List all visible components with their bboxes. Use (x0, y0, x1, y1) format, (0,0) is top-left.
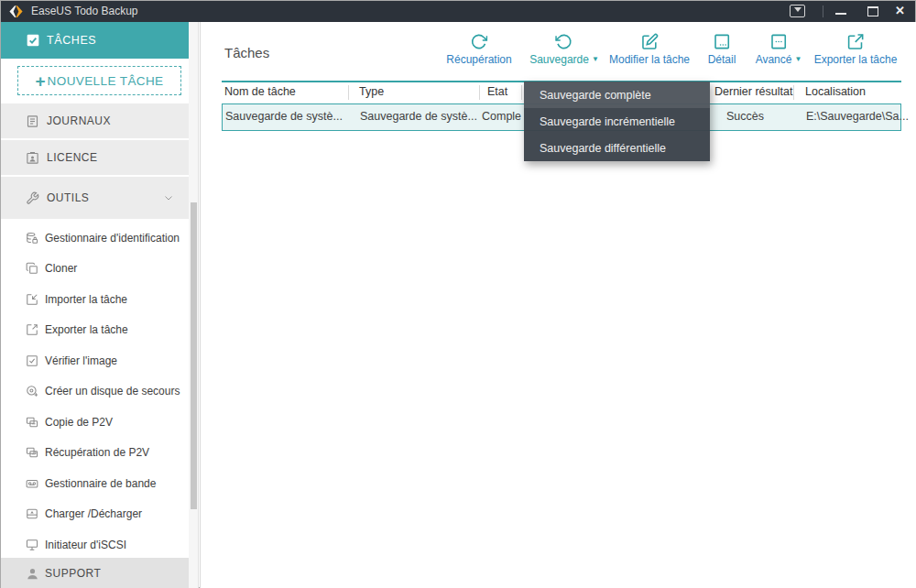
toolbar-label: Modifier la tâche (609, 53, 690, 66)
cell-task-type: Sauvegarde de systè... (360, 110, 477, 123)
tool-item-iscsi-initiator[interactable]: Initiateur d'iSCSI (1, 529, 189, 561)
logs-icon (26, 114, 39, 128)
page-title: Tâches (224, 45, 269, 60)
tool-item-tape-manager[interactable]: Gestionnaire de bande (1, 468, 189, 499)
sidebar-scrollbar-thumb[interactable] (191, 202, 197, 509)
sidebar-item-label: JOURNAUX (47, 114, 111, 127)
sidebar-item-logs[interactable]: JOURNAUX (1, 103, 189, 138)
column-header-type[interactable]: Type (359, 85, 384, 98)
sidebar: TÂCHES + NOUVELLE TÂCHE JOURNAUX (1, 22, 189, 588)
column-header-location[interactable]: Localisation (805, 85, 866, 98)
cell-task-name: Sauvegarde de systè... (225, 110, 343, 123)
minimize-button[interactable] (831, 1, 851, 22)
titlebar-separator (823, 5, 823, 17)
toolbar-recovery-button[interactable]: Récupération (446, 33, 511, 66)
caret-down-icon: ▼ (794, 56, 802, 63)
header-separator (521, 85, 522, 100)
toolbar-advanced-button[interactable]: Avancé▼ (756, 33, 802, 66)
toolbar-label: Sauvegarde (529, 53, 589, 66)
mount-unmount-icon (26, 507, 38, 520)
tool-item-export-task[interactable]: Exporter la tâche (1, 315, 189, 346)
sidebar-scrollbar-track[interactable] (189, 22, 199, 588)
column-header-state[interactable]: Etat (487, 85, 507, 98)
toolbar-export-task-button[interactable]: Exporter la tâche (814, 33, 898, 66)
menu-widget-icon[interactable] (790, 5, 805, 17)
window-title: EaseUS Todo Backup (31, 5, 138, 17)
toolbar-backup-button[interactable]: Sauvegarde▼ (529, 33, 599, 66)
tool-item-import-task[interactable]: Importer la tâche (1, 284, 189, 315)
menu-item-incremental-backup[interactable]: Sauvegarde incrémentielle (524, 108, 710, 135)
new-task-strip: + NOUVELLE TÂCHE (1, 59, 189, 103)
close-icon: ✕ (895, 4, 905, 17)
tool-item-label: Gestionnaire de bande (45, 477, 156, 490)
cell-last-result: Succès (726, 110, 764, 123)
toolbar-label: Récupération (446, 53, 511, 66)
tools-list: Gestionnaire d'identification Cloner (1, 223, 189, 561)
recovery-rotate-icon (470, 33, 487, 50)
header-separator (348, 85, 349, 100)
tool-item-label: Copie de P2V (45, 416, 113, 429)
menu-item-full-backup[interactable]: Sauvegarde complète (524, 82, 710, 108)
tool-item-p2v-recovery[interactable]: Récupération de P2V (1, 438, 189, 469)
tool-item-label: Récupération de P2V (45, 446, 149, 459)
rescue-disk-icon (26, 385, 38, 397)
app-window: EaseUS Todo Backup ✕ TÂCHES + NOUVELLE T… (0, 0, 916, 588)
support-person-icon (26, 567, 39, 581)
tool-item-clone[interactable]: Cloner (1, 254, 189, 285)
tool-item-label: Exporter la tâche (45, 323, 128, 336)
backup-rotate-icon (555, 33, 572, 50)
p2v-copy-icon (26, 416, 38, 429)
tool-item-verify-image[interactable]: Vérifier l'image (1, 345, 189, 376)
detail-icon (714, 33, 731, 50)
sidebar-item-label: OUTILS (47, 191, 89, 204)
checkbox-checked-icon (26, 33, 40, 48)
menu-item-differential-backup[interactable]: Sauvegarde différentielle (524, 135, 710, 161)
toolbar-label: Détail (708, 53, 736, 66)
clone-icon (26, 262, 38, 275)
header-separator (793, 85, 794, 100)
sidebar-item-license[interactable]: LICENCE (1, 140, 189, 175)
plus-icon: + (36, 72, 46, 90)
export-arrow-icon (847, 33, 865, 50)
edit-task-icon (640, 33, 658, 50)
tool-item-label: Initiateur d'iSCSI (45, 539, 126, 551)
sidebar-item-tools[interactable]: OUTILS (1, 177, 189, 219)
close-button[interactable]: ✕ (891, 1, 911, 22)
toolbar-label: Avancé (756, 53, 792, 66)
import-task-icon (26, 293, 38, 306)
tool-item-rescue-disk[interactable]: Créer un disque de secours (1, 376, 189, 408)
toolbar-edit-task-button[interactable]: Modifier la tâche (609, 33, 690, 66)
wrench-icon (26, 191, 39, 205)
tool-item-label: Gestionnaire d'identification (45, 232, 180, 245)
app-logo (8, 4, 24, 19)
license-badge-icon (26, 151, 39, 165)
sidebar-item-support[interactable]: SUPPORT (1, 558, 189, 588)
export-task-icon (26, 323, 38, 336)
main-panel: Tâches Récupération Sauvegarde▼ (200, 22, 916, 588)
sidebar-item-tasks[interactable]: TÂCHES (1, 22, 189, 59)
chevron-down-icon (163, 192, 174, 203)
tool-item-credential-manager[interactable]: Gestionnaire d'identification (1, 223, 189, 254)
maximize-button[interactable] (863, 1, 883, 22)
sidebar-item-label: TÂCHES (47, 34, 96, 47)
caret-down-icon: ▼ (592, 56, 599, 63)
toolbar-label: Exporter la tâche (814, 53, 898, 66)
tool-item-p2v-copy[interactable]: Copie de P2V (1, 407, 189, 438)
maximize-icon (867, 6, 878, 16)
new-task-button[interactable]: + NOUVELLE TÂCHE (17, 66, 181, 95)
advanced-icon (769, 33, 787, 50)
toolbar-detail-button[interactable]: Détail (708, 33, 736, 66)
title-bar: EaseUS Todo Backup ✕ (1, 1, 915, 22)
column-header-last-result[interactable]: Dernier résultat (714, 85, 792, 98)
p2v-recovery-icon (26, 446, 38, 459)
tool-item-label: Charger /Décharger (45, 507, 142, 520)
column-header-name[interactable]: Nom de tâche (224, 85, 296, 98)
sidebar-item-label: SUPPORT (45, 567, 101, 580)
tape-manager-icon (26, 477, 38, 490)
tool-item-label: Créer un disque de secours (45, 385, 180, 397)
tool-item-label: Importer la tâche (45, 293, 127, 306)
iscsi-initiator-icon (26, 539, 38, 551)
credentials-database-icon (26, 232, 38, 245)
backup-dropdown-menu: Sauvegarde complète Sauvegarde incrément… (524, 82, 710, 161)
tool-item-mount-unmount[interactable]: Charger /Décharger (1, 499, 189, 530)
